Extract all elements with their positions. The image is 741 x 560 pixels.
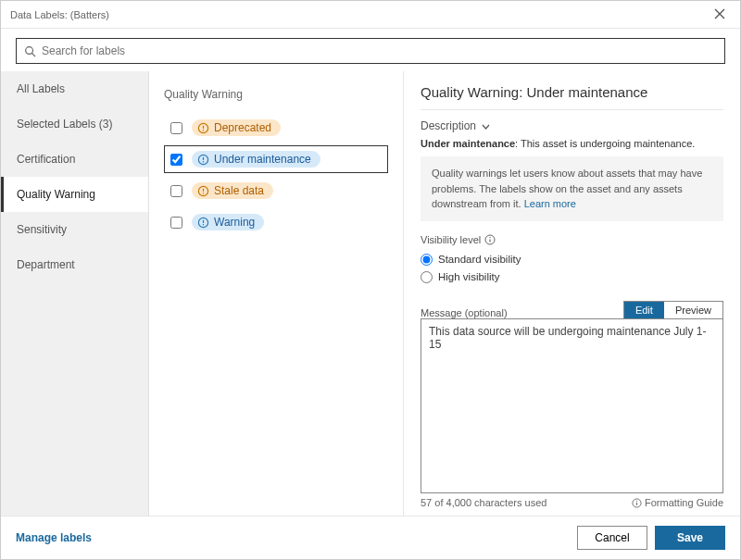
label-checkbox[interactable]: [170, 122, 182, 134]
description-text: Under maintenance: This asset is undergo…: [421, 138, 723, 149]
detail-panel: Quality Warning: Under maintenance Descr…: [404, 71, 740, 516]
search-icon: [24, 45, 36, 57]
label-list-panel: Quality Warning Deprecated Under mainten…: [149, 71, 404, 516]
sidebar-item-sensitivity[interactable]: Sensitivity: [1, 212, 148, 247]
svg-point-10: [203, 193, 204, 193]
search-input[interactable]: [42, 44, 717, 57]
warning-icon: [197, 185, 209, 197]
label-row-under-maintenance[interactable]: Under maintenance: [164, 145, 388, 173]
label-row-stale-data[interactable]: Stale data: [164, 177, 388, 205]
label-row-warning[interactable]: Warning: [164, 208, 388, 236]
svg-point-4: [203, 130, 204, 131]
tab-edit[interactable]: Edit: [624, 302, 664, 318]
svg-point-16: [490, 236, 491, 237]
description-toggle[interactable]: Description: [421, 119, 723, 132]
svg-point-0: [26, 46, 33, 54]
info-box: Quality warnings let users know about as…: [421, 156, 723, 221]
label-checkbox[interactable]: [170, 217, 182, 229]
formatting-guide-link[interactable]: Formatting Guide: [632, 497, 723, 508]
cancel-button[interactable]: Cancel: [577, 526, 647, 550]
info-icon[interactable]: [484, 234, 496, 245]
detail-title: Quality Warning: Under maintenance: [421, 84, 723, 110]
message-textarea[interactable]: [421, 318, 723, 494]
label-text: Warning: [214, 216, 255, 229]
sidebar-item-department[interactable]: Department: [1, 247, 148, 282]
radio-standard-visibility[interactable]: Standard visibility: [421, 254, 723, 266]
message-tabs: Edit Preview: [623, 301, 723, 318]
close-icon[interactable]: [709, 5, 731, 25]
dialog-footer: Manage labels Cancel Save: [1, 516, 740, 559]
sidebar-item-selected-labels[interactable]: Selected Labels (3): [1, 106, 148, 142]
label-chip: Warning: [192, 214, 264, 230]
label-chip: Under maintenance: [192, 151, 320, 168]
save-button[interactable]: Save: [655, 526, 725, 550]
label-text: Under maintenance: [214, 153, 311, 166]
info-icon: [632, 498, 642, 508]
sidebar-item-quality-warning[interactable]: Quality Warning: [1, 177, 148, 212]
svg-point-19: [636, 500, 637, 501]
label-chip: Stale data: [192, 182, 273, 199]
message-header: Message (optional) Edit Preview: [421, 301, 723, 318]
label-checkbox[interactable]: [170, 185, 182, 197]
svg-point-13: [203, 224, 204, 225]
message-label: Message (optional): [421, 307, 508, 318]
label-text: Stale data: [214, 184, 264, 197]
searchbar: [1, 29, 740, 71]
sidebar: All Labels Selected Labels (3) Certifica…: [1, 71, 149, 516]
tab-preview[interactable]: Preview: [664, 302, 722, 318]
label-chip: Deprecated: [192, 119, 281, 136]
warning-icon: [197, 217, 209, 229]
char-count: 57 of 4,000 characters used: [421, 497, 546, 508]
manage-labels-link[interactable]: Manage labels: [16, 531, 570, 544]
warning-icon: [197, 154, 209, 166]
label-checkbox[interactable]: [170, 154, 182, 166]
warning-icon: [197, 122, 209, 134]
message-footer: 57 of 4,000 characters used Formatting G…: [421, 497, 723, 508]
search-field[interactable]: [16, 38, 725, 64]
label-row-deprecated[interactable]: Deprecated: [164, 114, 388, 142]
titlebar: Data Labels: (Batters): [1, 1, 740, 29]
dialog-title: Data Labels: (Batters): [10, 9, 709, 20]
dialog-body: All Labels Selected Labels (3) Certifica…: [1, 71, 740, 516]
radio-high-visibility[interactable]: High visibility: [421, 271, 723, 283]
label-list-heading: Quality Warning: [164, 88, 388, 101]
label-text: Deprecated: [214, 121, 271, 134]
svg-line-1: [32, 53, 36, 56]
sidebar-item-all-labels[interactable]: All Labels: [1, 71, 148, 106]
visibility-label: Visibility level: [421, 234, 723, 245]
learn-more-link[interactable]: Learn more: [524, 198, 576, 209]
data-labels-dialog: Data Labels: (Batters) All Labels Select…: [0, 0, 741, 560]
svg-point-7: [203, 161, 204, 162]
sidebar-item-certification[interactable]: Certification: [1, 142, 148, 177]
chevron-down-icon: [482, 121, 490, 131]
